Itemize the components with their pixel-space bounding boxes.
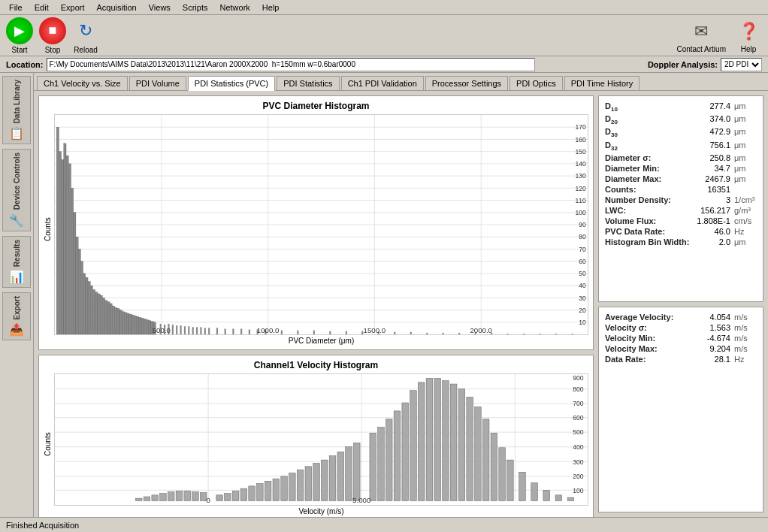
svg-rect-93: [443, 333, 444, 334]
svg-rect-178: [499, 448, 506, 501]
stats-row-velocity-max: Velocity Max: 9.204 m/s: [605, 343, 757, 354]
svg-text:80: 80: [579, 233, 586, 240]
stats-label-data-rate: Data Rate:: [605, 355, 646, 364]
stats-value-group-avg-velocity: 4.054 m/s: [709, 313, 757, 322]
svg-rect-164: [386, 419, 392, 501]
stop-button[interactable]: ■ Stop: [39, 17, 66, 54]
svg-rect-140: [176, 491, 183, 500]
menu-bar: File Edit Export Acquisition Views Scrip…: [0, 0, 768, 15]
svg-rect-85: [313, 331, 315, 334]
svg-rect-139: [168, 492, 174, 501]
help-icon: ❓: [735, 18, 762, 45]
svg-rect-99: [540, 334, 541, 334]
stats-value-group-diameter-sigma: 250.8 μm: [709, 153, 757, 162]
svg-rect-80: [249, 330, 250, 334]
svg-rect-100: [555, 334, 557, 334]
tab-pdi-statistics[interactable]: PDI Statistics: [277, 76, 339, 90]
sidebar-results[interactable]: Results 📊: [2, 236, 31, 288]
svg-text:140: 140: [576, 160, 587, 168]
stats-unit-d10: μm: [734, 101, 757, 110]
svg-rect-176: [482, 419, 489, 501]
location-bar: Location: Doppler Analysis: 2D PDI: [0, 56, 768, 73]
stats-value-group-velocity-max: 9.204 m/s: [709, 344, 757, 353]
menu-network[interactable]: Network: [213, 2, 255, 14]
menu-file[interactable]: File: [3, 2, 29, 14]
stats-label-d32: D32: [605, 141, 618, 152]
stats-row-velocity-min: Velocity Min: -4.674 m/s: [605, 333, 757, 343]
menu-help[interactable]: Help: [256, 2, 286, 14]
svg-rect-23: [59, 152, 61, 334]
svg-rect-45: [112, 306, 114, 334]
svg-rect-33: [83, 274, 86, 334]
svg-rect-44: [110, 304, 112, 334]
menu-export[interactable]: Export: [55, 2, 91, 14]
stop-icon: ■: [39, 17, 66, 44]
svg-rect-50: [124, 313, 126, 334]
pvc-x-axis-label: PVC Diameter (μm): [54, 337, 588, 345]
menu-views[interactable]: Views: [143, 2, 177, 14]
start-button[interactable]: ▶ Start: [6, 17, 33, 54]
stats-row-d10: D10 277.4 μm: [605, 101, 757, 113]
main-area: Data Library 📋 Device Controls 🔧 Results…: [0, 73, 768, 517]
svg-text:400: 400: [573, 443, 584, 451]
svg-rect-148: [249, 486, 255, 501]
svg-text:800: 800: [573, 385, 584, 393]
sidebar-device-controls[interactable]: Device Controls 🔧: [2, 149, 31, 231]
svg-rect-138: [160, 494, 167, 501]
svg-rect-72: [196, 327, 198, 334]
svg-text:160: 160: [576, 136, 587, 144]
tab-pdi-statistics-pvc[interactable]: PDI Statistics (PVC): [188, 76, 275, 91]
stats-label-diameter-min: Diameter Min:: [605, 164, 660, 173]
pvc-diameter-chart-title: PVC Diameter Histogram: [44, 101, 588, 111]
location-input[interactable]: [47, 58, 535, 71]
reload-button[interactable]: ↻ Reload: [72, 17, 99, 54]
help-button[interactable]: ❓ Help: [735, 18, 762, 53]
stats-label-diameter-max: Diameter Max:: [605, 174, 661, 183]
stats-value-group-histogram-bin-width: 2.0 μm: [719, 237, 757, 246]
stats-value-lwc: 156.217: [700, 206, 730, 215]
stats-value-histogram-bin-width: 2.0: [719, 237, 730, 246]
svg-text:700: 700: [573, 400, 584, 407]
svg-rect-34: [86, 277, 88, 334]
svg-rect-59: [146, 320, 148, 334]
svg-rect-37: [92, 290, 95, 334]
svg-rect-74: [204, 328, 206, 334]
tab-pdi-optics[interactable]: PDI Optics: [509, 76, 563, 90]
stats-value-group-lwc: 156.217 g/m³: [700, 206, 757, 215]
doppler-select[interactable]: 2D PDI: [721, 58, 762, 71]
menu-edit[interactable]: Edit: [29, 2, 55, 14]
svg-rect-181: [531, 483, 538, 501]
tab-ch1-velocity-size[interactable]: Ch1 Velocity vs. Size: [37, 76, 128, 90]
stats-value-group-volume-flux: 1.808E-1 cm/s: [697, 216, 757, 225]
tab-pdi-time-history[interactable]: PDI Time History: [564, 76, 640, 90]
svg-rect-27: [68, 164, 71, 334]
svg-rect-136: [144, 497, 150, 500]
tab-pdi-volume[interactable]: PDI Volume: [129, 76, 186, 90]
stats-value-d10: 277.4: [709, 101, 730, 110]
svg-rect-57: [141, 318, 144, 334]
contact-button[interactable]: ✉ Contact Artium: [676, 18, 726, 53]
menu-acquisition[interactable]: Acquisition: [91, 2, 143, 14]
svg-rect-69: [184, 326, 186, 334]
svg-rect-142: [192, 492, 199, 501]
svg-rect-167: [410, 391, 417, 501]
sidebar-export[interactable]: Export 📤: [2, 292, 31, 341]
sidebar-data-library[interactable]: Data Library 📋: [2, 76, 31, 144]
charts-left: PVC Diameter Histogram Counts: [38, 95, 594, 512]
stats-unit-velocity-sigma: m/s: [734, 323, 757, 332]
svg-text:70: 70: [579, 246, 586, 253]
tab-ch1-pdi-validation[interactable]: Ch1 PDI Validation: [341, 76, 424, 90]
stats-value-diameter-max: 2467.9: [705, 174, 730, 183]
tab-processor-settings[interactable]: Processor Settings: [425, 76, 508, 90]
svg-rect-25: [64, 144, 66, 334]
menu-scripts[interactable]: Scripts: [177, 2, 214, 14]
svg-rect-22: [56, 127, 59, 334]
svg-rect-160: [346, 447, 352, 501]
stats-unit-data-rate: Hz: [734, 355, 757, 364]
stats-value-diameter-sigma: 250.8: [709, 153, 730, 162]
svg-rect-51: [127, 313, 129, 334]
stats-row-counts: Counts: 16351: [605, 184, 757, 195]
stats-unit-avg-velocity: m/s: [734, 313, 757, 322]
svg-rect-75: [208, 328, 210, 334]
svg-rect-90: [394, 332, 395, 334]
